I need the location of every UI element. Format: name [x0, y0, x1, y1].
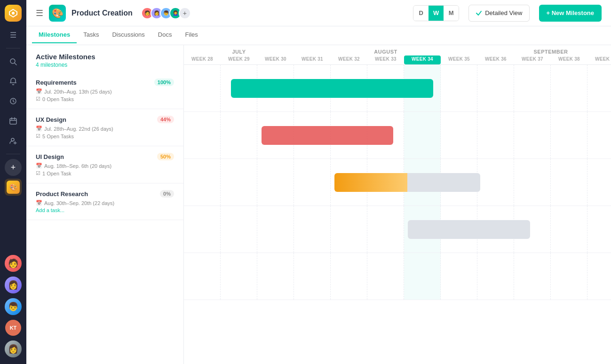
milestone-tasks-requirements: 0 Open Tasks — [42, 96, 74, 102]
left-panel: Active Milestones 4 milestones Requireme… — [26, 45, 184, 364]
milestone-date-requirements: Jul. 20th–Aug. 13th (25 days) — [44, 89, 112, 95]
sidebar-avatar-1[interactable]: 🧑 — [5, 255, 22, 272]
search-icon[interactable] — [5, 53, 22, 70]
header: ☰ 🎨 Product Creation 🧑 👩 👦 👩‍🦱 + D W M D… — [26, 0, 611, 26]
gantt-row-productresearch — [184, 206, 611, 253]
cell-w32-r4 — [331, 206, 367, 253]
month-july: JULY WEEK 28 WEEK 29 WEEK 30 — [184, 45, 294, 64]
new-milestone-button[interactable]: + New Milestone — [539, 5, 602, 22]
project-icon: 🎨 — [49, 5, 66, 22]
bar-uidesign-remaining[interactable] — [407, 173, 480, 192]
milestone-row-uxdesign: UX Design 44% 📅 Jul. 28th–Aug. 22nd (26 … — [26, 109, 183, 146]
month-september: SEPTEMBER WEEK 36 WEEK 37 WEEK 38 WEEK 3… — [477, 45, 611, 64]
august-label: AUGUST — [294, 45, 477, 55]
month-view-button[interactable]: M — [444, 6, 459, 21]
week-39[interactable]: WEEK 39 — [587, 55, 611, 64]
sidebar-avatar-kt[interactable]: KT — [5, 320, 21, 336]
cell-w39-r1 — [587, 65, 611, 111]
gantt-row-uidesign — [184, 159, 611, 206]
svg-line-3 — [15, 63, 16, 65]
add-task-link[interactable]: Add a task... — [36, 207, 174, 213]
sidebar-avatar-3[interactable]: 👦 — [5, 298, 22, 315]
cell-w29-r3 — [221, 159, 257, 206]
cell-w28-r3 — [184, 159, 221, 206]
milestone-name-uxdesign: UX Design — [36, 116, 66, 123]
week-31[interactable]: WEEK 31 — [294, 55, 331, 64]
cell-w29-r2 — [221, 112, 257, 158]
cell-w35-r2 — [441, 112, 477, 158]
svg-point-1 — [12, 12, 15, 15]
hamburger-icon[interactable]: ☰ — [5, 26, 22, 43]
cell-w38-r1 — [551, 65, 587, 111]
cell-w28-r1 — [184, 65, 221, 111]
tab-tasks[interactable]: Tasks — [77, 26, 105, 43]
cell-w35-r1 — [441, 65, 477, 111]
left-panel-header: Active Milestones 4 milestones — [26, 45, 183, 72]
add-project-button[interactable]: + — [5, 159, 22, 176]
calendar-icon[interactable] — [5, 112, 22, 129]
cell-w28-r4 — [184, 206, 221, 253]
menu-button[interactable]: ☰ — [36, 8, 43, 18]
cell-w38-r3 — [551, 159, 587, 206]
gantt-row-requirements — [184, 65, 611, 112]
detailed-view-button[interactable]: Detailed View — [468, 5, 529, 22]
project-title: Product Creation — [71, 9, 133, 17]
week-29[interactable]: WEEK 29 — [221, 55, 257, 64]
week-32[interactable]: WEEK 32 — [331, 55, 367, 64]
current-project-icon[interactable]: 🎨 — [5, 179, 22, 196]
gantt-header: JULY WEEK 28 WEEK 29 WEEK 30 AUGUST WEEK… — [184, 45, 611, 65]
sidebar-avatar-2[interactable]: 👩 — [5, 277, 22, 293]
tab-discussions[interactable]: Discussions — [105, 26, 151, 43]
week-36[interactable]: WEEK 36 — [477, 55, 514, 64]
gantt-row-empty — [184, 253, 611, 300]
week-34[interactable]: WEEK 34 — [404, 55, 441, 64]
cell-w31-r3 — [294, 159, 331, 206]
week-35[interactable]: WEEK 35 — [441, 55, 477, 64]
milestone-name-requirements: Requirements — [36, 79, 77, 86]
sidebar-avatar-5[interactable]: 👩 — [5, 340, 22, 357]
july-label: JULY — [184, 45, 294, 55]
active-milestones-title: Active Milestones — [36, 53, 174, 61]
tab-milestones[interactable]: Milestones — [32, 26, 77, 43]
cell-w37-r3 — [514, 159, 551, 206]
milestone-row-requirements: Requirements 100% 📅 Jul. 20th–Aug. 13th … — [26, 72, 183, 109]
svg-point-9 — [11, 138, 14, 141]
app-logo[interactable] — [5, 5, 22, 22]
cell-w29-r4 — [221, 206, 257, 253]
week-37[interactable]: WEEK 37 — [514, 55, 551, 64]
cell-w33-r4 — [367, 206, 404, 253]
add-user-icon[interactable] — [5, 132, 22, 149]
gantt-chart: JULY WEEK 28 WEEK 29 WEEK 30 AUGUST WEEK… — [184, 45, 611, 364]
bar-requirements[interactable] — [231, 79, 433, 98]
milestones-count: 4 milestones — [36, 62, 174, 68]
gantt-row-uxdesign — [184, 112, 611, 159]
cell-w36-r1 — [477, 65, 514, 111]
milestone-badge-uidesign: 50% — [157, 153, 174, 160]
add-member-button[interactable]: + — [179, 7, 191, 19]
cell-w39-r4 — [587, 206, 611, 253]
tasks-meta-icon-3: ☑ — [36, 170, 40, 176]
milestone-name-uidesign: UI Design — [36, 153, 64, 160]
cell-w31-r4 — [294, 206, 331, 253]
cell-w38-r4 — [551, 206, 587, 253]
checkmark-icon — [476, 10, 482, 16]
bar-uxdesign[interactable] — [262, 126, 393, 145]
week-38[interactable]: WEEK 38 — [551, 55, 587, 64]
tab-docs[interactable]: Docs — [151, 26, 179, 43]
bar-uidesign-done[interactable] — [334, 173, 407, 192]
tasks-meta-icon-2: ☑ — [36, 133, 40, 139]
time-icon[interactable] — [5, 93, 22, 110]
week-30[interactable]: WEEK 30 — [257, 55, 294, 64]
calendar-meta-icon: 📅 — [36, 88, 42, 95]
nav-tabs: Milestones Tasks Discussions Docs Files — [26, 26, 611, 45]
bar-productresearch[interactable] — [408, 220, 530, 239]
week-33[interactable]: WEEK 33 — [367, 55, 404, 64]
notifications-icon[interactable] — [5, 73, 22, 90]
week-28[interactable]: WEEK 28 — [184, 55, 221, 64]
tab-files[interactable]: Files — [178, 26, 204, 43]
milestone-tasks-uxdesign: 5 Open Tasks — [42, 134, 74, 139]
content-area: Active Milestones 4 milestones Requireme… — [26, 45, 611, 364]
week-view-button[interactable]: W — [428, 6, 444, 21]
milestone-badge-uxdesign: 44% — [157, 116, 174, 123]
day-view-button[interactable]: D — [413, 6, 428, 21]
